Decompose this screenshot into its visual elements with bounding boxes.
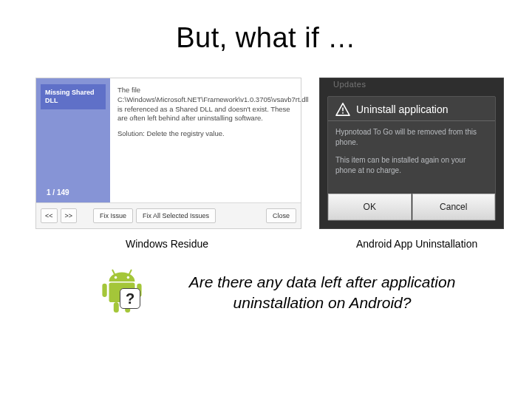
dialog-line1: Hypnotoad To Go will be removed from thi…: [335, 127, 488, 148]
caption-android: Android App Uninstallation: [356, 238, 477, 250]
windows-footer: << >> Fix Issue Fix All Selected Issues …: [36, 202, 301, 228]
windows-sidebar: Missing Shared DLL 1 / 149: [36, 78, 110, 202]
dialog-title-row: Uninstall application: [328, 97, 495, 120]
prev-button[interactable]: <<: [41, 208, 58, 223]
warning-icon: [335, 103, 350, 116]
fix-all-button[interactable]: Fix All Selected Issues: [136, 208, 216, 223]
svg-point-10: [127, 276, 130, 279]
svg-rect-1: [342, 112, 344, 114]
question-mark-icon: ?: [120, 288, 140, 309]
slide: But, what if … Missing Shared DLL 1 / 14…: [0, 0, 532, 399]
caption-windows: Windows Residue: [126, 238, 208, 250]
windows-body: The file C:\Windows\Microsoft.NET\Framew…: [117, 86, 293, 145]
issue-description: The file C:\Windows\Microsoft.NET\Framew…: [117, 86, 293, 123]
android-robot-icon: ?: [96, 266, 148, 318]
close-button[interactable]: Close: [266, 208, 296, 223]
issue-counter: 1 / 149: [36, 183, 110, 202]
android-screen: Updates Uninstall application Hypnotoad …: [319, 78, 504, 229]
issue-badge: Missing Shared DLL: [41, 84, 106, 109]
slide-question: Are there any data left after applicatio…: [160, 272, 485, 314]
issue-solution: Solution: Delete the registry value.: [117, 129, 293, 139]
dialog-buttons: OK Cancel: [328, 194, 495, 220]
svg-rect-5: [114, 302, 119, 313]
windows-dialog: Missing Shared DLL 1 / 149 The file C:\W…: [35, 78, 301, 229]
cancel-button[interactable]: Cancel: [412, 194, 496, 220]
backdrop-label: Updates: [333, 80, 366, 89]
dialog-line2: This item can be installed again on your…: [335, 155, 488, 176]
android-dialog: Uninstall application Hypnotoad To Go wi…: [327, 96, 496, 221]
fix-issue-button[interactable]: Fix Issue: [93, 208, 133, 223]
svg-point-9: [115, 276, 117, 279]
dialog-body: Hypnotoad To Go will be removed from thi…: [328, 121, 495, 194]
svg-rect-0: [342, 108, 344, 112]
svg-rect-3: [102, 284, 106, 297]
next-button[interactable]: >>: [61, 208, 78, 223]
dialog-title: Uninstall application: [356, 103, 449, 115]
slide-title: But, what if …: [0, 22, 532, 54]
ok-button[interactable]: OK: [328, 194, 412, 220]
